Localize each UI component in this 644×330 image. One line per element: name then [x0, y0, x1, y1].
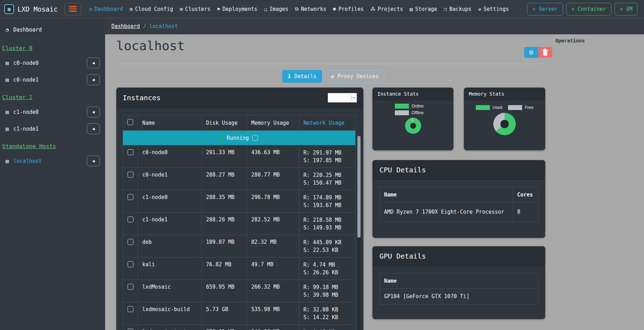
nav-item-storage[interactable]: ▤ Storage	[410, 6, 437, 12]
breadcrumb-current[interactable]: localhost	[149, 23, 178, 29]
sidebar-host-c0-node0[interactable]: ▤ c0-node0 ◀	[0, 55, 105, 70]
chevron-left-icon: ◀	[92, 78, 95, 82]
sidebar-host-c1-node0[interactable]: ▤ c1-node0 ◀	[0, 104, 105, 119]
col-memory-usage: Memory Usage	[247, 115, 299, 131]
tab-proxy-devices[interactable]: ⇄ Proxy Devices	[325, 70, 384, 83]
sidebar-section-link[interactable]: Cluster 0	[0, 43, 35, 54]
sidebar-host-c1-node1[interactable]: ▤ c1-node1 ◀	[0, 121, 105, 136]
nav-item-icon: ☻	[333, 6, 336, 12]
nav-item-profiles[interactable]: ☻ Profiles	[333, 6, 364, 12]
select-all-checkbox[interactable]	[127, 119, 133, 125]
row-checkbox[interactable]	[128, 194, 133, 200]
instance-name: lxdMosaic	[138, 280, 202, 302]
host-collapse-button[interactable]: ◀	[87, 156, 100, 166]
instances-card: Instances ▾ Name Disk Usage Memory Usage…	[116, 88, 363, 330]
legend-offline[interactable]: Offline	[395, 110, 431, 115]
main-nav: ◔ Dashboard ⚙ Cloud Config ⊞ Clusters ⚑ …	[89, 6, 522, 12]
row-checkbox[interactable]	[128, 306, 133, 312]
instance-network-usage: R: 174.89 MB S: 193.67 MB	[299, 190, 356, 213]
row-checkbox[interactable]	[128, 329, 133, 330]
instance-network-usage: R: 291.97 MB S: 197.85 MB	[299, 145, 356, 168]
instance-row-c1-node1: c1-node1 288.26 MB 282.52 MB R: 218.58 M…	[123, 213, 356, 235]
hamburger-menu-button[interactable]	[64, 3, 81, 15]
gpu-details-card: GPU Details Name GP104 [GeForce GTX 1070…	[372, 246, 545, 319]
instances-table-scrollbar[interactable]	[357, 135, 361, 330]
nav-item-icon: ⚙	[130, 6, 132, 12]
instance-name: kali	[138, 257, 202, 280]
legend-label: Used	[493, 105, 502, 110]
row-checkbox[interactable]	[128, 216, 133, 222]
instance-network-usage: R: 32.08 KB S: 14.22 KB	[299, 302, 356, 325]
legend-used[interactable]: Used	[476, 105, 502, 110]
add-container-button[interactable]: + Container	[566, 3, 611, 15]
action-button-label: Server	[539, 6, 557, 12]
host-actions: ⚙	[524, 47, 552, 58]
sidebar-host-c0-node1[interactable]: ▤ c0-node1 ◀	[0, 72, 105, 87]
legend-free[interactable]: Free	[508, 105, 534, 110]
host-collapse-button[interactable]: ◀	[87, 106, 100, 117]
memory-stats-title: Memory Stats	[469, 91, 504, 97]
host-collapse-button[interactable]: ◀	[87, 57, 100, 68]
host-collapse-button[interactable]: ◀	[87, 123, 100, 134]
tab-details[interactable]: i Details	[282, 70, 322, 83]
nav-item-label: Projects	[378, 6, 403, 12]
row-checkbox[interactable]	[128, 172, 133, 178]
lxd-mosaic-logo-icon: ▣	[4, 4, 14, 14]
instance-row-lxdmosaic-build: lxdmosaic-build 5.73 GB 535.98 MB R: 32.…	[123, 302, 356, 325]
add-vm-button[interactable]: + VM	[615, 3, 638, 15]
sidebar-section: Cluster 1 ▤ c1-node0 ◀ ▤ c1-node1 ◀	[0, 89, 105, 136]
nav-item-networks[interactable]: ⧉ Networks	[295, 6, 326, 12]
sidebar-section-link[interactable]: Standalone Hosts	[0, 141, 58, 152]
instance-row-c0-node0: c0-node0 291.33 MB 436.63 MB R: 291.97 M…	[123, 145, 356, 168]
host-collapse-button[interactable]: ◀	[87, 74, 100, 85]
instance-row-c0-node1: c0-node1 288.27 MB 280.77 MB R: 220.25 M…	[123, 168, 356, 190]
nav-item-label: Images	[269, 6, 288, 12]
server-icon: ▤	[6, 77, 9, 83]
instances-filter-select[interactable]: ▾	[328, 93, 357, 103]
nav-item-clusters[interactable]: ⊞ Clusters	[180, 6, 211, 12]
scrollbar-thumb[interactable]	[357, 136, 361, 238]
sidebar-host-localhost[interactable]: ▤ localhost ◀	[0, 153, 105, 169]
host-delete-button[interactable]	[538, 47, 552, 58]
host-tabs: i Details ⇄ Proxy Devices	[282, 70, 384, 83]
nav-item-deployments[interactable]: ⚑ Deployments	[217, 6, 258, 12]
instance-disk-usage: 291.33 MB	[202, 145, 247, 168]
gpu-table: Name GP104 [GeForce GTX 1070 Ti]	[379, 273, 538, 305]
cpu-details-card: CPU Details Name Cores AMD Ryzen 7 1700X…	[372, 160, 545, 238]
page-title: localhost	[116, 39, 185, 53]
instance-row-kali: kali 76.82 MB 49.7 MB R: 4.74 MB S: 26.2…	[123, 257, 356, 280]
running-group-checkbox[interactable]	[252, 135, 258, 141]
server-icon: ▤	[6, 158, 9, 164]
col-network-usage[interactable]: Network Usage	[299, 115, 356, 131]
nav-item-backups[interactable]: ❒ Backups	[444, 6, 472, 12]
breadcrumb-dashboard-link[interactable]: Dashboard	[111, 23, 140, 29]
sidebar-section-link[interactable]: Cluster 1	[0, 92, 35, 103]
nav-item-cloud-config[interactable]: ⚙ Cloud Config	[130, 6, 173, 12]
brand-name: LXD Mosaic	[18, 5, 57, 13]
cpu-table: Name Cores AMD Ryzen 7 1700X Eight-Core …	[379, 187, 539, 222]
instance-disk-usage: 109.07 MB	[202, 235, 247, 257]
host-settings-button[interactable]: ⚙	[524, 47, 538, 58]
row-checkbox[interactable]	[128, 239, 133, 245]
chevron-left-icon: ◀	[92, 61, 95, 65]
instance-disk-usage: 5.73 GB	[202, 302, 247, 325]
chevron-left-icon: ◀	[92, 127, 95, 131]
nav-item-images[interactable]: ❏ Images	[264, 6, 288, 12]
row-checkbox[interactable]	[128, 261, 133, 267]
row-checkbox[interactable]	[128, 149, 133, 155]
gpu-details-header: GPU Details	[372, 246, 545, 266]
gpu-details-title: GPU Details	[379, 252, 426, 260]
instance-network-usage: R: 218.58 MB S: 149.93 MB	[299, 213, 356, 235]
nav-item-settings[interactable]: ⚒ Settings	[478, 6, 509, 12]
instance-network-usage: R: 1.47 MB	[299, 325, 356, 330]
nav-item-dashboard[interactable]: ◔ Dashboard	[89, 6, 123, 12]
nav-item-projects[interactable]: ⁂ Projects	[370, 6, 403, 12]
sidebar-item-dashboard[interactable]: ◔ Dashboard	[0, 23, 105, 36]
add-server-button[interactable]: + Server	[527, 3, 563, 15]
nav-item-label: Profiles	[338, 6, 364, 12]
row-checkbox[interactable]	[128, 284, 133, 290]
nav-actions: + Server + Container + VM	[527, 3, 638, 15]
legend-label: Free	[525, 105, 534, 110]
instance-memory-usage: 535.98 MB	[247, 302, 299, 325]
legend-online[interactable]: Online	[395, 104, 431, 109]
